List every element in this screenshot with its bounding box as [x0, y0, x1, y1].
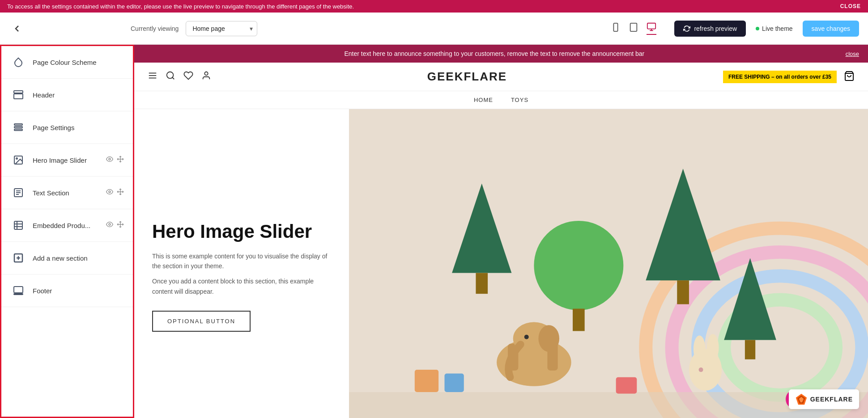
hero-content-box: Hero Image Slider This is some example c… [134, 109, 349, 418]
geekflare-footer-logo: GEEKFLARE [789, 389, 859, 409]
header-icon [10, 87, 26, 103]
banner-message: To access all the settings contained wit… [7, 3, 354, 10]
move-icon[interactable] [117, 188, 124, 197]
svg-point-64 [699, 367, 703, 372]
product-icon [10, 217, 26, 233]
svg-rect-48 [677, 280, 689, 304]
image-icon [10, 152, 26, 168]
sidebar-item-label: Hero Image Slider [33, 156, 100, 164]
svg-point-45 [534, 221, 623, 310]
svg-rect-59 [444, 373, 464, 392]
svg-rect-6 [14, 94, 23, 99]
sidebar-item-text-section[interactable]: Text Section [1, 177, 133, 209]
move-icon[interactable] [117, 156, 124, 165]
move-icon[interactable] [117, 221, 124, 230]
preview-area: Enter text here to announce something to… [134, 45, 868, 418]
sidebar-item-embedded-products[interactable]: Embedded Produ... [1, 209, 133, 242]
hero-description-1: This is some example content for you to … [152, 251, 331, 271]
svg-point-36 [204, 72, 208, 75]
save-changes-label: save changes [812, 25, 850, 32]
svg-rect-8 [14, 127, 22, 128]
account-icon[interactable] [201, 71, 211, 83]
wishlist-icon[interactable] [183, 71, 193, 83]
svg-point-11 [16, 158, 17, 159]
svg-point-34 [167, 72, 174, 79]
sidebar-item-header[interactable]: Header [1, 79, 133, 111]
svg-rect-9 [14, 129, 22, 131]
svg-point-54 [538, 325, 559, 352]
svg-rect-0 [614, 23, 618, 31]
announcement-bar: Enter text here to announce something to… [134, 45, 868, 63]
top-banner: To access all the settings contained wit… [0, 0, 868, 13]
store-nav-icons [148, 71, 211, 83]
sidebar-item-page-settings[interactable]: Page Settings [1, 111, 133, 144]
sidebar-item-hero-image-slider[interactable]: Hero Image Slider [1, 144, 133, 177]
hero-description-2: Once you add a content block to this sec… [152, 276, 331, 296]
header-actions: refresh preview Live theme save changes [674, 21, 859, 37]
svg-rect-44 [476, 273, 488, 294]
announcement-close-button[interactable]: close [846, 51, 859, 57]
nav-item-toys[interactable]: TOYS [511, 97, 528, 103]
store-right: FREE SHIPPING – on all orders over £35 [723, 71, 855, 83]
device-icons [611, 22, 656, 35]
sidebar-item-actions [106, 221, 124, 230]
sidebar-item-actions [106, 188, 124, 197]
svg-rect-56 [745, 340, 755, 359]
hero-image-illustration [349, 109, 868, 418]
svg-rect-4 [647, 23, 655, 29]
svg-rect-5 [14, 91, 23, 93]
plus-icon [10, 250, 26, 266]
sidebar: Page Colour Scheme Header Page Settin [0, 45, 134, 418]
search-icon[interactable] [166, 71, 175, 83]
svg-rect-29 [14, 287, 23, 293]
cart-icon[interactable] [844, 71, 855, 83]
svg-rect-46 [573, 308, 585, 331]
svg-rect-60 [616, 377, 637, 394]
free-shipping-suffix: – on all orders over £35 [771, 74, 831, 80]
sidebar-item-label: Page Colour Scheme [33, 59, 124, 66]
sidebar-item-actions [106, 156, 124, 165]
page-select[interactable]: Home page About page Contact page Produc… [186, 21, 257, 36]
banner-close-button[interactable]: CLOSE [840, 3, 861, 9]
nav-item-home[interactable]: HOME [474, 97, 493, 103]
svg-point-53 [524, 335, 529, 339]
page-select-wrapper: Home page About page Contact page Produc… [186, 21, 257, 36]
hamburger-icon[interactable] [148, 71, 157, 83]
refresh-preview-button[interactable]: refresh preview [674, 21, 746, 37]
desktop-icon[interactable] [647, 22, 656, 35]
mobile-icon[interactable] [611, 22, 621, 34]
store-navigation: HOME TOYS [134, 91, 868, 109]
svg-point-63 [707, 334, 719, 361]
sidebar-item-label: Page Settings [33, 124, 124, 131]
settings-icon [10, 119, 26, 135]
sidebar-item-add-new-section[interactable]: Add a new section [1, 242, 133, 274]
svg-rect-2 [630, 23, 637, 31]
store-header: GEEKFLARE FREE SHIPPING – on all orders … [134, 63, 868, 91]
preview-content: Enter text here to announce something to… [134, 45, 868, 418]
currently-viewing-label: Currently viewing [131, 25, 179, 32]
free-shipping-text: FREE SHIPPING [728, 74, 770, 80]
eye-icon[interactable] [106, 221, 113, 230]
eye-icon[interactable] [106, 188, 113, 197]
announcement-text: Enter text here to announce something to… [143, 50, 846, 57]
save-changes-button[interactable]: save changes [803, 21, 859, 37]
header-bar: Currently viewing Home page About page C… [0, 13, 868, 45]
sidebar-item-label: Text Section [33, 189, 100, 197]
sidebar-item-label: Add a new section [33, 254, 124, 262]
sidebar-item-label: Header [33, 91, 124, 99]
svg-point-19 [109, 191, 111, 193]
free-shipping-badge: FREE SHIPPING – on all orders over £35 [723, 71, 837, 83]
tablet-icon[interactable] [629, 22, 638, 34]
svg-point-23 [109, 224, 111, 225]
sidebar-item-footer[interactable]: Footer [1, 274, 133, 307]
svg-rect-30 [14, 294, 23, 295]
svg-rect-7 [14, 124, 22, 125]
hero-title: Hero Image Slider [152, 221, 331, 242]
hero-image-area [349, 109, 868, 418]
eye-icon[interactable] [106, 156, 113, 165]
hero-optional-button[interactable]: OPTIONAL BUTTON [152, 311, 251, 332]
back-button[interactable] [9, 21, 25, 37]
sidebar-item-page-colour-scheme[interactable]: Page Colour Scheme [1, 46, 133, 79]
live-theme-label: Live theme [762, 25, 792, 32]
hero-section: Hero Image Slider This is some example c… [134, 109, 868, 418]
